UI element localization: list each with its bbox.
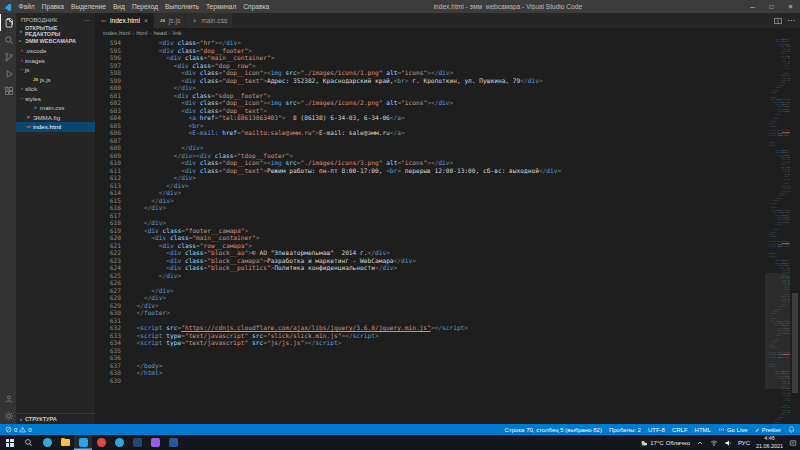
minimap[interactable]: <div class="hr"></div> <div class="dop__… [765,38,790,424]
code-line[interactable]: 630 </footer> [95,309,765,317]
code-line[interactable]: 605 <br> [95,122,765,130]
encoding-setting[interactable]: UTF-8 [648,427,665,433]
cursor-position[interactable]: Строка 70, столбец 5 (выбрано 82) [505,427,602,433]
code-line[interactable]: 612 </div> [95,174,765,182]
code-line[interactable]: 637 </body> [95,362,765,370]
code-line[interactable]: 635 [95,347,765,355]
menu-item-3[interactable]: Вид [109,3,128,10]
menu-item-7[interactable]: Справка [240,3,273,10]
open-editors-section[interactable]: › ОТКРЫТЫЕ РЕДАКТОРЫ [16,26,95,36]
menu-item-1[interactable]: Правка [38,3,67,10]
run-debug-activity-button[interactable] [0,65,16,82]
code-line[interactable]: 623 <div class="block__самара">Разработк… [95,257,765,265]
menu-item-4[interactable]: Переход [128,3,161,10]
eol-setting[interactable]: CRLF [672,427,688,433]
clock[interactable]: 4:46 21.06.2021 [753,435,786,450]
menu-item-6[interactable]: Терминал [202,3,239,10]
taskbar-app-photoshop[interactable] [128,435,146,450]
menu-item-5[interactable]: Выполнить [162,3,203,10]
taskbar-app-chrome[interactable] [92,435,110,450]
outline-section[interactable]: › СТРУКТУРА [16,413,95,424]
source-control-activity-button[interactable] [0,48,16,65]
problems-indicator[interactable]: 0 0 [5,426,32,433]
taskbar-search-button[interactable] [19,435,38,450]
code-line[interactable]: 609 </div><div class="tdop__footer"> [95,152,765,160]
tree-item[interactable]: ›styles [16,94,95,104]
code-line[interactable]: 617 [95,212,765,220]
split-editor-icon[interactable] [774,17,782,25]
language-indicator[interactable]: РУС [735,435,753,450]
taskbar-app-figma[interactable] [146,435,164,450]
tree-item[interactable]: ›js [16,65,95,75]
taskbar-app-file-explorer[interactable] [56,435,74,450]
code-line[interactable]: 627 </div> [95,287,765,295]
explorer-activity-button[interactable] [0,14,16,31]
code-line[interactable]: 599 <div class="dop__text">Адрес: 352382… [95,77,765,85]
search-activity-button[interactable] [0,31,16,48]
code-line[interactable]: 604 <a href="tel:88613863403"> 8 (86138)… [95,114,765,122]
code-line[interactable]: 628 </div> [95,294,765,302]
code-line[interactable]: 596 <div class="main__container"> [95,54,765,62]
taskbar-app-telegram[interactable] [110,435,128,450]
code-line[interactable]: 601 <div class="sdop__footer"> [95,92,765,100]
code-line[interactable]: 603 <div class="dop__text"> [95,107,765,115]
code-line[interactable]: 632 <script src="https://cdnjs.cloudflar… [95,324,765,332]
taskbar-app-word[interactable] [164,435,182,450]
code-line[interactable]: 608 </div> [95,144,765,152]
extensions-activity-button[interactable] [0,82,16,99]
close-tab-icon[interactable]: × [144,17,148,24]
minimize-button[interactable]: ─ [743,0,762,13]
code-line[interactable]: 629 </div> [95,302,765,310]
code-line[interactable]: 607 [95,137,765,145]
code-line[interactable]: 595 <div class="dop__footer"> [95,47,765,55]
notification-center-button[interactable] [786,435,800,450]
tree-item[interactable]: ›slick [16,84,95,94]
code-line[interactable]: 625 </div> [95,272,765,280]
account-button[interactable] [0,390,16,407]
notifications-bell-icon[interactable] [788,426,795,433]
scrollbar-thumb[interactable] [792,293,798,393]
code-line[interactable]: 594 <div class="hr"></div> [95,39,765,47]
minimap-slider[interactable] [765,273,790,389]
code-line[interactable]: 597 <div class="dop__row"> [95,62,765,70]
code-line[interactable]: 621 <div class="row__самара"> [95,242,765,250]
code-area[interactable]: 594 <div class="hr"></div>595 <div class… [95,38,765,424]
code-line[interactable]: 622 <div class="block__ао">© АО "Элевато… [95,249,765,257]
code-line[interactable]: 631 [95,317,765,325]
tree-item[interactable]: FЭММА.fig [16,113,95,123]
editor-tab[interactable]: #main.css [186,13,233,28]
menu-item-2[interactable]: Выделение [68,3,110,10]
taskbar-app-microsoft-edge[interactable] [38,435,56,450]
tree-item[interactable]: ›.vscode [16,46,95,56]
code-line[interactable]: 614 </div> [95,189,765,197]
settings-button[interactable] [0,407,16,424]
weather-widget[interactable]: 17°C Облачно [637,435,693,450]
breadcrumb-item[interactable]: link [173,30,182,36]
code-line[interactable]: 600 </div> [95,84,765,92]
tree-item[interactable]: JSjs.js [16,75,95,85]
code-line[interactable]: 638 </html> [95,369,765,377]
code-line[interactable]: 602 <div class="dop__icon"><img src="./i… [95,99,765,107]
start-button[interactable] [0,435,19,450]
code-line[interactable]: 610 <div class="dop__icon"><img src="./i… [95,159,765,167]
tree-item[interactable]: <>index.html [16,122,95,132]
tree-item[interactable]: #main.css [16,103,95,113]
breadcrumb-item[interactable]: head [153,30,166,36]
code-line[interactable]: 636 [95,354,765,362]
formatter-indicator[interactable]: ✓ Prettier [755,426,781,433]
editor-tab[interactable]: <>index.html× [95,13,154,28]
more-actions-icon[interactable]: ⋯ [84,17,90,23]
volume-indicator[interactable] [721,435,735,450]
more-actions-icon[interactable]: ⋯ [787,19,795,23]
folder-section[interactable]: › ЭММ WEBСАМАРА [16,36,95,46]
code-line[interactable]: 616 </div> [95,204,765,212]
maximize-button[interactable]: □ [762,0,781,13]
code-line[interactable]: 619 <div class="footer__самара"> [95,227,765,235]
vertical-scrollbar[interactable] [790,38,800,424]
editor-tab[interactable]: JSjs.js [154,13,186,28]
hidden-icons-button[interactable] [693,435,707,450]
code-line[interactable]: 620 <div class="main__container"> [95,234,765,242]
breadcrumb-item[interactable]: index.html [103,30,130,36]
network-indicator[interactable] [707,435,721,450]
code-line[interactable]: 634 <script type="text/javascript" src="… [95,339,765,347]
